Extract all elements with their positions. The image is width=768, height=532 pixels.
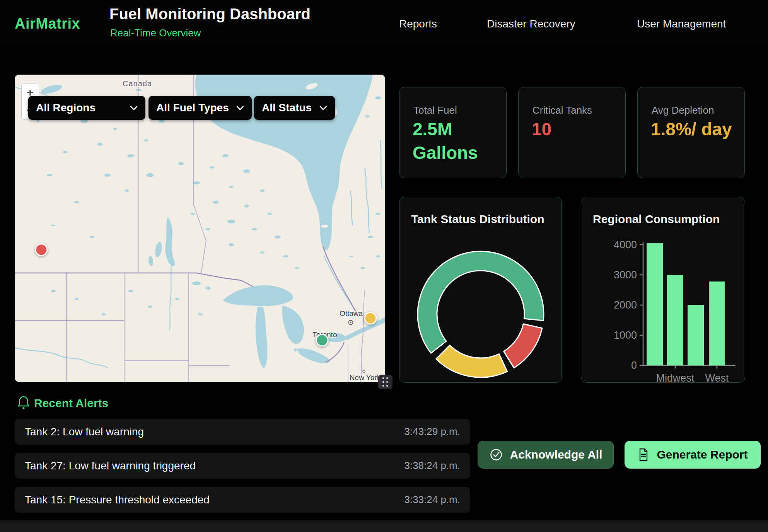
alert-text: Tank 15: Pressure threshold exceeded xyxy=(25,494,210,506)
svg-text:4000: 4000 xyxy=(614,239,637,251)
recent-alerts-heading: Recent Alerts xyxy=(34,397,108,410)
stat-label: Critical Tanks xyxy=(532,104,592,116)
filter-fuel-types-label: All Fuel Types xyxy=(156,102,229,114)
stat-value-1: 10 xyxy=(532,118,614,141)
alert-time: 3:43:29 p.m. xyxy=(404,426,460,438)
map-marker-normal[interactable] xyxy=(316,334,329,347)
alert-time: 3:38:24 p.m. xyxy=(404,460,460,472)
acknowledge-all-label: Acknowledge All xyxy=(510,448,602,461)
alert-time: 3:33:24 p.m. xyxy=(404,494,460,506)
map-canvas[interactable]: Canada Ottawa Toronto New York xyxy=(15,75,385,382)
stat-card-total-fuel: Total Fuel 2.5M Gallons xyxy=(399,87,507,178)
nav-user-management[interactable]: User Management xyxy=(637,18,726,30)
map-marker-warning[interactable] xyxy=(364,312,377,325)
report-document-icon xyxy=(637,448,650,462)
alert-row[interactable]: Tank 15: Pressure threshold exceeded 3:3… xyxy=(15,487,470,513)
app-logo: AirMatrix xyxy=(15,15,80,32)
donut-chart xyxy=(399,197,561,382)
tank-status-chart-card: Tank Status Distribution xyxy=(399,197,562,383)
stat-card-critical-tanks: Critical Tanks 10 xyxy=(518,87,626,178)
stat-value-2: 1.8%/ day xyxy=(651,118,733,141)
donut-segment-warning xyxy=(436,345,507,377)
chevron-down-icon xyxy=(319,106,327,111)
alert-text: Tank 2: Low fuel warning xyxy=(25,426,144,438)
check-circle-icon xyxy=(489,448,503,462)
stat-label: Avg Depletion xyxy=(652,104,714,116)
map-resize-handle[interactable] xyxy=(378,375,393,389)
map-label-ottawa: Ottawa xyxy=(340,309,363,317)
filter-regions-dropdown[interactable]: All Regions xyxy=(28,96,145,120)
chevron-down-icon xyxy=(130,106,138,111)
chevron-down-icon xyxy=(236,106,244,111)
new-york-city-dot xyxy=(363,370,365,373)
bar-chart: 01000200030004000MidwestWest xyxy=(581,197,745,382)
filter-regions-label: All Regions xyxy=(36,102,96,114)
svg-text:Midwest: Midwest xyxy=(656,372,695,382)
nav-disaster-recovery[interactable]: Disaster Recovery xyxy=(487,18,575,30)
svg-text:3000: 3000 xyxy=(614,269,637,281)
nav-reports[interactable]: Reports xyxy=(399,18,437,30)
page-subtitle: Real-Time Overview xyxy=(110,27,201,39)
acknowledge-all-button[interactable]: Acknowledge All xyxy=(478,441,614,469)
generate-report-label: Generate Report xyxy=(657,448,748,461)
svg-text:West: West xyxy=(705,372,729,382)
map-label-canada: Canada xyxy=(123,79,152,88)
map-marker-critical[interactable] xyxy=(35,244,48,256)
filter-status-label: All Status xyxy=(262,102,312,114)
ottawa-city-dot-center xyxy=(350,322,352,323)
filter-fuel-types-dropdown[interactable]: All Fuel Types xyxy=(148,96,252,120)
svg-text:2000: 2000 xyxy=(614,299,637,311)
alert-row[interactable]: Tank 27: Low fuel warning triggered 3:38… xyxy=(15,453,470,479)
stat-card-avg-depletion: Avg Depletion 1.8%/ day xyxy=(637,87,745,178)
bottom-strip xyxy=(0,520,768,532)
stat-value-0: 2.5M Gallons xyxy=(413,118,495,164)
map-panel[interactable]: Canada Ottawa Toronto New York + − All R… xyxy=(15,75,385,382)
stat-label: Total Fuel xyxy=(413,104,457,116)
donut-segment-critical xyxy=(504,324,542,368)
filter-status-dropdown[interactable]: All Status xyxy=(254,96,335,120)
alert-row[interactable]: Tank 2: Low fuel warning 3:43:29 p.m. xyxy=(15,419,470,445)
svg-text:1000: 1000 xyxy=(614,329,637,341)
regional-consumption-chart-card: Regional Consumption 01000200030004000Mi… xyxy=(581,197,745,383)
generate-report-button[interactable]: Generate Report xyxy=(625,441,761,469)
svg-text:0: 0 xyxy=(631,360,637,371)
map-label-new-york: New York xyxy=(350,373,381,382)
bell-icon xyxy=(17,395,30,411)
page-title: Fuel Monitoring Dashboard xyxy=(109,5,311,23)
alert-text: Tank 27: Low fuel warning triggered xyxy=(25,460,196,472)
